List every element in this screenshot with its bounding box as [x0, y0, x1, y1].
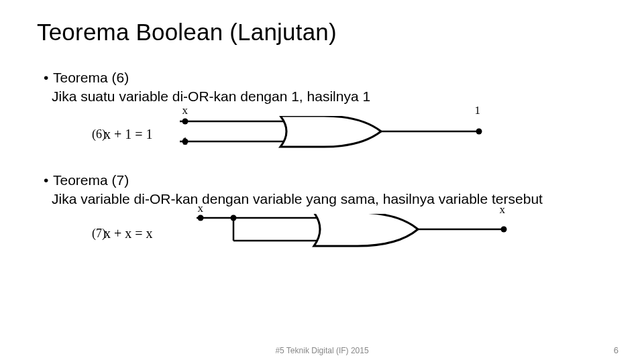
or-gate-6: x 1 1 [180, 116, 485, 154]
gate7-input-label: x [198, 202, 204, 215]
slide-title: Teorema Boolean (Lanjutan) [37, 19, 607, 46]
theorem7-diagram: (7) x + x = x x x [37, 214, 607, 253]
theorem7-eqnum: (7) [37, 227, 92, 241]
theorem6-diagram: (6) x + 1 = 1 x 1 1 [37, 116, 607, 154]
bullet-dot: • [44, 171, 53, 190]
or-gate-6-svg [180, 116, 485, 154]
theorem7-equation: x + x = x [92, 226, 153, 241]
slide-footer: #5 Teknik Digital (IF) 2015 [0, 346, 644, 355]
or-gate-7: x x [197, 214, 512, 253]
svg-point-7 [197, 215, 203, 221]
gate6-input-top-label: x [182, 104, 189, 117]
svg-point-5 [476, 128, 482, 134]
page-number: 6 [614, 345, 619, 355]
slide-content: Teorema Boolean (Lanjutan) •Teorema (6) … [0, 0, 644, 253]
theorem6-equation: x + 1 = 1 [92, 127, 153, 142]
theorem7-desc: Jika variable di-OR-kan dengan variable … [52, 190, 607, 208]
theorem6-label: Teorema (6) [53, 70, 129, 85]
theorem7-label: Teorema (7) [53, 172, 129, 188]
gate7-output-label: x [500, 203, 506, 217]
svg-point-12 [500, 227, 506, 233]
theorem6-desc: Jika suatu variable di-OR-kan dengan 1, … [52, 87, 607, 106]
gate6-input-bot-label: 1 [182, 135, 189, 148]
or-gate-7-svg [197, 214, 512, 253]
theorem7-bullet: •Teorema (7) [44, 171, 607, 190]
svg-point-1 [182, 118, 188, 124]
gate6-output-label: 1 [475, 104, 481, 117]
theorem6-eqnum: (6) [37, 127, 92, 141]
bullet-dot: • [44, 68, 53, 87]
theorem6-bullet: •Teorema (6) [44, 68, 607, 87]
